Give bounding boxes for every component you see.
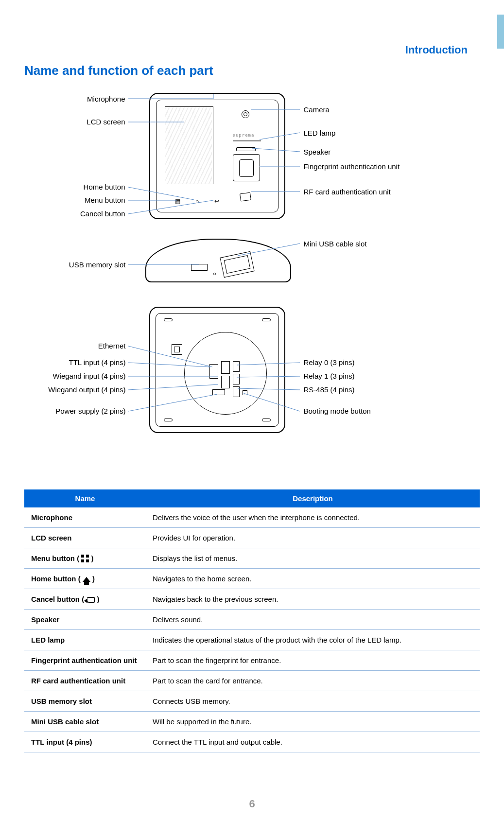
label-power: Power supply (2 pins) <box>34 407 126 415</box>
table-row: LCD screenProvides UI for operation. <box>24 528 480 548</box>
device-back-view <box>149 307 285 433</box>
chapter-title: Introduction <box>405 44 468 56</box>
connector-icon <box>233 386 240 397</box>
cell-name: TTL input (4 pins) <box>24 732 146 752</box>
device-bottom-view <box>145 239 291 282</box>
cell-description: Navigates to the home screen. <box>146 569 480 589</box>
rf-card-icon <box>239 192 251 202</box>
label-rf: RF card authentication unit <box>304 188 391 196</box>
cell-name: Cancel button ( ) <box>24 589 146 610</box>
label-menu: Menu button <box>45 196 125 204</box>
cell-name: Microphone <box>24 507 146 528</box>
label-led: LED lamp <box>304 129 336 137</box>
page-number: 6 <box>249 798 255 810</box>
label-speaker: Speaker <box>304 148 331 156</box>
connector-icon <box>221 361 230 374</box>
cell-description: Part to scan the fingerprint for entranc… <box>146 650 480 671</box>
boot-button-icon <box>243 390 247 395</box>
table-row: Home button ( )Navigates to the home scr… <box>24 569 480 589</box>
label-fingerprint: Fingerprint authentication unit <box>304 162 400 171</box>
col-name: Name <box>24 489 146 507</box>
label-mini-usb: Mini USB cable slot <box>304 240 367 248</box>
home-icon <box>83 577 90 582</box>
cell-description: Provides UI for operation. <box>146 528 480 548</box>
menu-icon <box>81 555 89 562</box>
table-row: USB memory slotConnects USB memory. <box>24 691 480 712</box>
parts-diagram: suprema ▦ ⌂ ↩ <box>34 88 471 487</box>
cell-name: RF card authentication unit <box>24 671 146 691</box>
lcd-screen <box>165 106 213 184</box>
cell-name: USB memory slot <box>24 691 146 712</box>
cell-description: Part to scan the card for entrance. <box>146 671 480 691</box>
brand-logo: suprema <box>233 133 255 138</box>
connector-cluster <box>209 361 253 405</box>
label-relay1: Relay 1 (3 pins) <box>304 372 355 380</box>
label-ttl-input: TTL input (4 pins) <box>34 358 126 366</box>
mount-slot-icon <box>164 318 173 321</box>
table-header-row: Name Description <box>24 489 480 507</box>
cell-name: Speaker <box>24 610 146 630</box>
cell-description: Navigates back to the previous screen. <box>146 589 480 610</box>
label-wiegand-in: Wiegand input (4 pins) <box>34 372 126 380</box>
cell-description: Indicates the operational status of the … <box>146 630 480 650</box>
parts-table: Name Description MicrophoneDelivers the … <box>24 489 480 752</box>
ethernet-port-icon <box>172 344 182 355</box>
label-camera: Camera <box>304 105 330 114</box>
speaker-icon <box>236 147 256 151</box>
cell-description: Delivers the voice of the user when the … <box>146 507 480 528</box>
connector-icon <box>233 361 240 372</box>
table-row: Menu button ( )Displays the list of menu… <box>24 548 480 569</box>
cancel-button-icon: ↩ <box>213 198 220 205</box>
cell-name: LCD screen <box>24 528 146 548</box>
table-row: TTL input (4 pins)Connect the TTL input … <box>24 732 480 752</box>
fingerprint-unit-icon <box>233 154 260 181</box>
label-relay0: Relay 0 (3 pins) <box>304 358 355 366</box>
connector-icon <box>212 389 225 395</box>
cell-name: Menu button ( ) <box>24 548 146 569</box>
table-row: Cancel button ( )Navigates back to the p… <box>24 589 480 610</box>
home-button-icon: ⌂ <box>194 198 201 205</box>
table-row: RF card authentication unitPart to scan … <box>24 671 480 691</box>
table-row: SpeakerDelivers sound. <box>24 610 480 630</box>
cell-description: Connect the TTL input and output cable. <box>146 732 480 752</box>
connector-icon <box>233 374 240 384</box>
label-home: Home button <box>45 183 125 191</box>
usb-slot-icon <box>191 264 208 271</box>
label-ethernet: Ethernet <box>34 342 126 350</box>
button-row: ▦ ⌂ ↩ <box>174 198 220 205</box>
label-wiegand-out: Wiegand output (4 pins) <box>34 385 126 394</box>
menu-button-icon: ▦ <box>174 198 181 205</box>
col-description: Description <box>146 489 480 507</box>
label-booting: Booting mode button <box>304 407 371 415</box>
cell-name: Home button ( ) <box>24 569 146 589</box>
cell-description: Delivers sound. <box>146 610 480 630</box>
connector-icon <box>209 364 218 379</box>
label-cancel: Cancel button <box>45 209 125 218</box>
label-lcd: LCD screen <box>45 118 125 126</box>
cell-name: Mini USB cable slot <box>24 712 146 732</box>
mount-slot-icon <box>262 419 271 421</box>
cell-description: Connects USB memory. <box>146 691 480 712</box>
mount-slot-icon <box>164 419 173 421</box>
side-tab <box>497 15 504 49</box>
mount-slot-icon <box>262 318 271 321</box>
cell-name: Fingerprint authentication unit <box>24 650 146 671</box>
label-microphone: Microphone <box>45 95 125 103</box>
cell-name: LED lamp <box>24 630 146 650</box>
table-row: Mini USB cable slotWill be supported in … <box>24 712 480 732</box>
cell-description: Displays the list of menus. <box>146 548 480 569</box>
cancel-icon <box>86 597 95 603</box>
camera-icon <box>242 110 249 118</box>
device-front-view: suprema ▦ ⌂ ↩ <box>149 93 285 219</box>
label-usb-memory: USB memory slot <box>34 261 126 269</box>
label-rs485: RS-485 (4 pins) <box>304 385 355 394</box>
cell-description: Will be supported in the future. <box>146 712 480 732</box>
mini-usb-flap-icon <box>220 251 254 278</box>
section-title: Name and function of each part <box>24 63 480 78</box>
table-row: Fingerprint authentication unitPart to s… <box>24 650 480 671</box>
led-lamp-icon <box>233 140 261 141</box>
table-row: MicrophoneDelivers the voice of the user… <box>24 507 480 528</box>
connector-icon <box>221 376 230 388</box>
screw-icon <box>213 273 216 275</box>
table-row: LED lampIndicates the operational status… <box>24 630 480 650</box>
